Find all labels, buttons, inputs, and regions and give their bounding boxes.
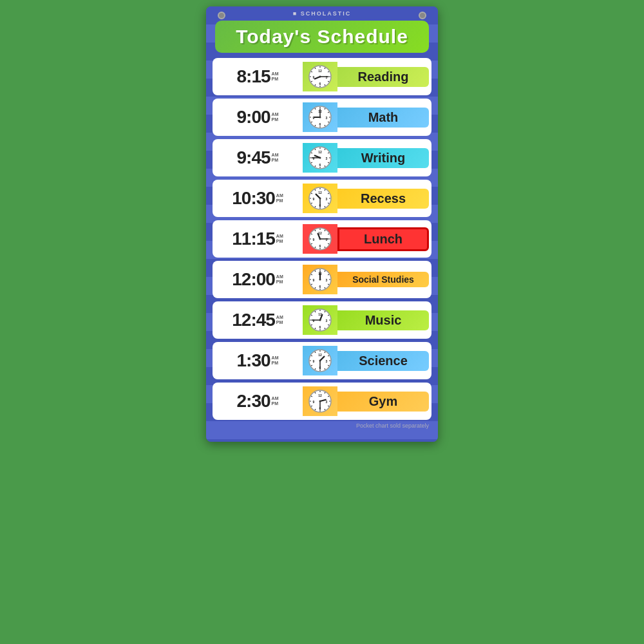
ampm-label: AMPM xyxy=(276,274,283,285)
svg-text:6: 6 xyxy=(319,122,321,126)
page-title: Today's Schedule xyxy=(222,26,422,48)
clock-section: 12369 xyxy=(303,62,337,91)
ampm-label: AMPM xyxy=(272,112,279,123)
subject-section: Social Studies xyxy=(337,272,429,287)
subject-section: Lunch xyxy=(337,227,429,251)
subject-label: Math xyxy=(368,110,399,125)
svg-text:3: 3 xyxy=(326,156,328,160)
svg-text:12: 12 xyxy=(318,150,322,154)
svg-point-159 xyxy=(319,360,321,362)
subject-section: Reading xyxy=(337,67,429,87)
subject-label: Writing xyxy=(361,151,406,166)
ampm-label: AMPM xyxy=(272,355,279,366)
time-display: 9:00 xyxy=(237,107,270,128)
svg-text:9: 9 xyxy=(313,197,315,201)
time-section: 12:00 AMPM xyxy=(213,269,303,290)
schedule-row: 12:00 AMPM 12369 Social Studies xyxy=(213,261,431,298)
time-display: 11:15 xyxy=(232,229,275,249)
svg-text:3: 3 xyxy=(326,116,328,120)
svg-text:6: 6 xyxy=(319,285,321,289)
title-card: Today's Schedule xyxy=(215,21,429,53)
schedule-list: 8:15 AMPM 12369 Reading 9:00 AMPM 12369 xyxy=(206,58,438,420)
time-display: 8:15 xyxy=(237,66,270,87)
svg-text:9: 9 xyxy=(313,359,315,363)
svg-text:3: 3 xyxy=(326,319,328,323)
schedule-row: 9:45 AMPM 12369 Writing xyxy=(213,139,431,176)
schedule-row: 8:15 AMPM 12369 Reading xyxy=(213,58,431,95)
svg-text:12: 12 xyxy=(318,393,322,397)
clock-section: 12369 xyxy=(303,386,337,416)
subject-section: Math xyxy=(337,108,429,128)
pocket-chart: ■ SCHOLASTIC Today's Schedule 8:15 AMPM … xyxy=(206,6,438,442)
svg-text:6: 6 xyxy=(319,244,321,248)
svg-text:6: 6 xyxy=(319,325,321,329)
schedule-row: 9:00 AMPM 12369 Math xyxy=(213,99,431,136)
clock-section: 12369 xyxy=(303,184,337,213)
svg-point-39 xyxy=(319,117,321,118)
svg-point-139 xyxy=(319,319,321,321)
svg-text:3: 3 xyxy=(326,359,328,363)
subject-section: Writing xyxy=(337,148,429,168)
subject-label: Gym xyxy=(369,394,397,409)
subject-label: Social Studies xyxy=(352,274,414,285)
time-display: 10:30 xyxy=(232,188,275,209)
subject-section: Science xyxy=(337,351,429,371)
time-display: 2:30 xyxy=(237,391,270,412)
time-section: 9:45 AMPM xyxy=(213,147,303,168)
svg-text:9: 9 xyxy=(313,238,315,242)
clock-section: 12369 xyxy=(303,143,337,173)
subject-label: Music xyxy=(365,313,402,328)
subject-label: Lunch xyxy=(364,232,402,247)
svg-text:3: 3 xyxy=(326,278,328,282)
svg-text:6: 6 xyxy=(319,82,321,86)
clock-section: 12369 xyxy=(303,102,337,132)
time-display: 9:45 xyxy=(237,147,270,168)
brand-label: ■ SCHOLASTIC xyxy=(206,6,438,18)
subject-label: Reading xyxy=(358,70,409,84)
svg-point-59 xyxy=(319,157,321,159)
svg-point-119 xyxy=(319,279,321,281)
schedule-row: 1:30 AMPM 12369 Science xyxy=(213,342,431,379)
ampm-label: AMPM xyxy=(272,153,279,164)
svg-text:12: 12 xyxy=(318,69,322,73)
subject-label: Science xyxy=(359,354,408,368)
time-section: 12:45 AMPM xyxy=(213,310,303,330)
ampm-label: AMPM xyxy=(276,234,283,245)
svg-text:3: 3 xyxy=(326,197,328,201)
svg-point-19 xyxy=(319,76,321,78)
svg-point-179 xyxy=(319,401,321,402)
time-section: 8:15 AMPM xyxy=(213,66,303,87)
schedule-row: 12:45 AMPM 12369 Music xyxy=(213,301,431,339)
time-section: 11:15 AMPM xyxy=(213,229,303,249)
subject-label: Recess xyxy=(361,191,406,206)
svg-text:12: 12 xyxy=(318,353,322,357)
disclaimer-text: Pocket chart sold separately xyxy=(206,420,438,429)
clock-section: 12369 xyxy=(303,224,337,254)
clock-section: 12369 xyxy=(303,265,337,294)
time-section: 1:30 AMPM xyxy=(213,350,303,371)
hole-left xyxy=(218,12,225,19)
subject-section: Recess xyxy=(337,189,429,209)
time-section: 9:00 AMPM xyxy=(213,107,303,128)
ampm-label: AMPM xyxy=(272,71,279,82)
subject-section: Gym xyxy=(337,392,429,412)
schedule-row: 11:15 AMPM 12369 Lunch xyxy=(213,220,431,258)
subject-section: Music xyxy=(337,310,429,330)
schedule-row: 10:30 AMPM 12369 Recess xyxy=(213,180,431,217)
ampm-label: AMPM xyxy=(276,193,283,204)
time-display: 12:00 xyxy=(232,269,275,290)
svg-text:9: 9 xyxy=(313,400,315,404)
ampm-label: AMPM xyxy=(276,315,283,326)
svg-point-79 xyxy=(319,198,321,200)
time-section: 2:30 AMPM xyxy=(213,391,303,412)
time-section: 10:30 AMPM xyxy=(213,188,303,209)
svg-text:12: 12 xyxy=(318,191,322,194)
time-display: 1:30 xyxy=(237,350,270,371)
time-display: 12:45 xyxy=(232,310,275,330)
svg-text:9: 9 xyxy=(313,278,315,282)
svg-text:6: 6 xyxy=(319,163,321,167)
svg-point-99 xyxy=(319,238,321,240)
schedule-row: 2:30 AMPM 12369 Gym xyxy=(213,383,431,420)
ampm-label: AMPM xyxy=(272,396,279,407)
hole-right xyxy=(419,12,426,19)
